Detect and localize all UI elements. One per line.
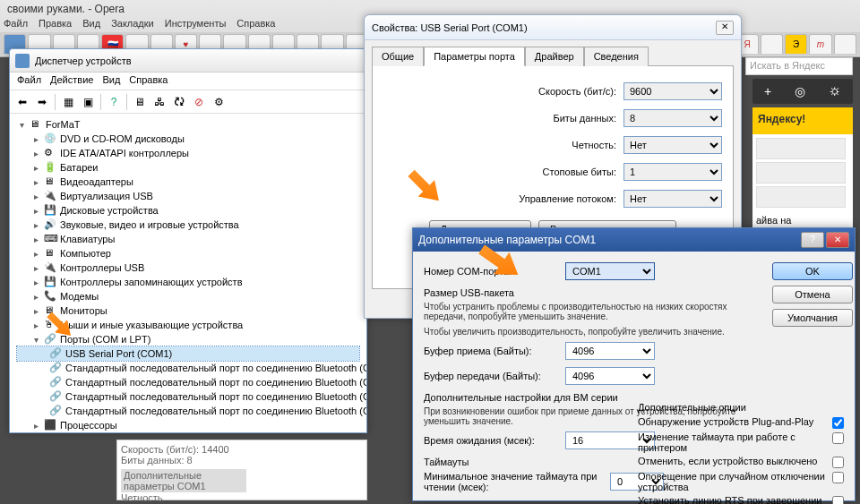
props-title-text: Свойства: USB Serial Port (COM1) <box>372 22 716 33</box>
min-timeout-label: Минимальное значение таймаута при чтении… <box>424 471 603 492</box>
tree-usb-serial-com1[interactable]: 🔗USB Serial Port (COM1) <box>17 346 359 361</box>
refresh-icon[interactable]: 🗘 <box>170 93 188 111</box>
browser-tab[interactable] <box>761 34 783 54</box>
view2-icon[interactable]: ▣ <box>79 93 97 111</box>
tab-details[interactable]: Сведения <box>584 47 649 66</box>
thumbnail[interactable] <box>756 138 846 159</box>
tree-node[interactable]: ▸💾Контроллеры запоминающих устройств <box>17 275 359 289</box>
tree-node[interactable]: ▸🔌Контроллеры USB <box>17 261 359 275</box>
help-icon[interactable]: ? <box>801 232 824 248</box>
opt-cancel-off-label: Отменить, если устройство выключено <box>638 456 827 466</box>
devmgr-icon <box>15 54 30 68</box>
opt-notify-label: Оповещение при случайном отключении устр… <box>638 471 827 492</box>
databits-select[interactable]: 8 <box>624 109 722 127</box>
tree-node[interactable]: ▸🖥Видеоадаптеры <box>17 175 359 189</box>
stopbits-select[interactable]: 1 <box>624 163 722 181</box>
devmgr-titlebar[interactable]: Диспетчер устройств <box>10 49 366 73</box>
thumbnail[interactable] <box>756 162 846 184</box>
tree-node[interactable]: ▸🖥Компьютер <box>17 246 359 261</box>
browser-tab[interactable] <box>834 34 856 54</box>
cancel-button[interactable]: Отмена <box>772 286 853 303</box>
target-icon[interactable]: ◎ <box>795 84 805 98</box>
menu-file[interactable]: Файл <box>4 18 28 29</box>
thumbnail[interactable] <box>756 186 846 208</box>
devmgr-menu-bar: Файл Действие Вид Справка <box>10 73 366 90</box>
add-icon[interactable]: + <box>764 84 771 98</box>
tab-port-settings[interactable]: Параметры порта <box>424 47 525 66</box>
speed-select[interactable]: 9600 <box>624 82 722 100</box>
yandex-banner: Яндексу! <box>752 107 853 134</box>
parity-label: Четность: <box>383 140 616 150</box>
close-icon[interactable]: ✕ <box>826 232 849 248</box>
devmgr-toolbar: ⬅ ➡ ▦ ▣ ? 🖥 🖧 🗘 ⊘ ⚙ <box>10 90 366 114</box>
menu-help[interactable]: Справка <box>236 18 275 29</box>
help-icon[interactable]: ? <box>105 93 123 111</box>
tree-node[interactable]: ▸⬛Процессоры <box>17 418 359 431</box>
yandex-sidebar: Яндексу! айва на ндекса <box>752 107 853 240</box>
ok-button[interactable]: OK <box>772 262 853 280</box>
fwd-icon[interactable]: ➡ <box>33 93 51 111</box>
menu-edit[interactable]: Правка <box>39 18 72 29</box>
tree-node[interactable]: ▸🔋Батареи <box>17 160 359 175</box>
yandex-search-box[interactable]: Искать в Яндекс <box>745 57 853 75</box>
background-thumbnail: Скорость (бит/с): 14400 Биты данных: 8 Д… <box>116 440 367 500</box>
tree-bt-com8[interactable]: 🔗Стандартный последовательный порт по со… <box>17 389 359 404</box>
usb-packet-size-label: Размер USB-пакета <box>424 287 763 298</box>
props-titlebar[interactable]: Свойства: USB Serial Port (COM1) ✕ <box>365 15 741 40</box>
menu-tools[interactable]: Инструменты <box>165 18 227 29</box>
menu-view[interactable]: Вид <box>82 18 100 29</box>
tree-bt-com5[interactable]: 🔗Стандартный последовательный порт по со… <box>17 375 359 389</box>
speed-label: Скорость (бит/с): <box>383 86 616 97</box>
opt-pnp-checkbox[interactable] <box>832 417 844 429</box>
menu-view[interactable]: Вид <box>102 74 120 88</box>
tree-node[interactable]: ▸🔊Звуковые, видео и игровые устройства <box>17 218 359 232</box>
uninstall-icon[interactable]: ⊘ <box>190 93 208 111</box>
usb-desc-2: Чтобы увеличить производительность, попр… <box>424 327 763 337</box>
tree-node[interactable]: ▸🖥Мониторы <box>17 303 359 318</box>
menu-file[interactable]: Файл <box>17 74 41 88</box>
usb-desc-1: Чтобы устранить проблемы с производитель… <box>424 302 763 321</box>
browser-tab[interactable]: m <box>809 34 831 54</box>
defaults-button[interactable]: Умолчания <box>772 309 853 327</box>
close-icon[interactable]: ✕ <box>716 21 734 35</box>
page-toolbar: + ◎ ⛭ <box>752 79 853 104</box>
recv-buffer-select[interactable]: 4096 <box>565 342 655 360</box>
opt-pnp-label: Обнаружение устройств Plug-and-Play <box>638 416 827 427</box>
flowcontrol-select[interactable]: Нет <box>624 190 722 208</box>
tab-general[interactable]: Общие <box>372 47 424 66</box>
opt-notify-checkbox[interactable] <box>832 472 844 483</box>
advcom-titlebar[interactable]: Дополнительные параметры COM1 ? ✕ <box>413 228 855 252</box>
com-port-num-select[interactable]: COM1 <box>565 262 655 280</box>
back-icon[interactable]: ⬅ <box>13 93 31 111</box>
update-icon[interactable]: ⚙ <box>210 93 228 111</box>
gear-icon[interactable]: ⛭ <box>829 84 841 98</box>
opt-printer-checkbox[interactable] <box>832 432 844 444</box>
menu-bookmarks[interactable]: Закладки <box>111 18 154 29</box>
browser-tab[interactable]: Э <box>785 34 807 54</box>
view-icon[interactable]: ▦ <box>59 93 77 111</box>
tab-driver[interactable]: Драйвер <box>525 47 584 66</box>
parity-select[interactable]: Нет <box>624 136 722 154</box>
opt-cancel-off-checkbox[interactable] <box>832 457 844 468</box>
opt-rts-label: Установить линию RTS при завершении рабо… <box>638 495 827 504</box>
flowcontrol-label: Управление потоком: <box>383 193 616 204</box>
wait-time-label: Время ожидания (мсек): <box>424 435 558 446</box>
tree-root[interactable]: ▾🖥ForMaT <box>17 117 359 132</box>
tree-node[interactable]: ▸⚙IDE ATA/ATAPI контроллеры <box>17 146 359 160</box>
send-buffer-select[interactable]: 4096 <box>565 367 655 385</box>
scan-icon[interactable]: 🖥 <box>131 93 149 111</box>
device-tree[interactable]: ▾🖥ForMaT ▸💿DVD и CD-ROM дисководы ▸⚙IDE … <box>10 114 366 431</box>
props-icon[interactable]: 🖧 <box>150 93 168 111</box>
menu-action[interactable]: Действие <box>50 74 93 88</box>
tree-node[interactable]: ▸🔌Виртуализация USB <box>17 189 359 203</box>
databits-label: Биты данных: <box>383 113 616 124</box>
tree-bt-com4[interactable]: 🔗Стандартный последовательный порт по со… <box>17 361 359 375</box>
menu-help[interactable]: Справка <box>129 74 168 88</box>
opt-rts-checkbox[interactable] <box>832 496 844 504</box>
browser-menu-bar: Файл Правка Вид Закладки Инструменты Спр… <box>4 18 275 29</box>
tree-bt-com9[interactable]: 🔗Стандартный последовательный порт по со… <box>17 404 359 418</box>
tree-node[interactable]: ▸📞Модемы <box>17 289 359 303</box>
tree-node[interactable]: ▸⌨Клавиатуры <box>17 232 359 246</box>
tree-node[interactable]: ▸💿DVD и CD-ROM дисководы <box>17 132 359 146</box>
tree-node[interactable]: ▸💾Дисковые устройства <box>17 203 359 218</box>
